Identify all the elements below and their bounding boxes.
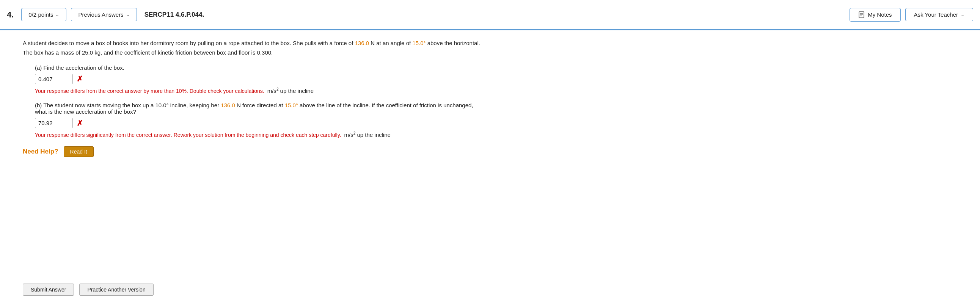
part-b-feedback-row: Your response differs significantly from… [35,130,957,139]
part-a-unit: m/s2 up the incline [266,87,313,94]
submit-answer-button[interactable]: Submit Answer [23,284,74,296]
previous-answers-button[interactable]: Previous Answers ⌄ [71,8,137,21]
part-b-label-before: (b) The student now starts moving the bo… [35,102,221,108]
part-b-unit-suffix: up the incline [355,131,391,138]
part-a-input[interactable] [35,74,73,84]
problem-id: SERCP11 4.6.P.044. [145,11,845,19]
footer: Submit Answer Practice Another Version [0,278,980,301]
practice-another-button[interactable]: Practice Another Version [79,284,153,296]
my-notes-label: My Notes [868,11,892,18]
force-unit: N at an angle of [369,40,412,46]
problem-statement: A student decides to move a box of books… [23,39,957,58]
part-a-feedback-row: Your response differs from the correct a… [35,86,957,95]
part-a-section: (a) Find the acceleration of the box. ✗ … [35,65,957,95]
part-b-answer-row: ✗ [35,118,957,128]
part-a-label: (a) Find the acceleration of the box. [35,65,957,71]
part-b-angle-value: 15.0° [285,102,298,108]
part-b-label-line2: what is the new acceleration of the box? [35,108,136,115]
problem-text-before: A student decides to move a box of books… [23,40,355,46]
points-chevron-icon: ⌄ [56,12,59,17]
part-a-unit-suffix: up the incline [278,87,313,94]
part-b-input[interactable] [35,118,73,128]
angle-value: 15.0° [412,40,426,46]
problem-text-line2: The box has a mass of 25.0 kg, and the c… [23,49,273,56]
header-right: My Notes Ask Your Teacher ⌄ [850,8,973,22]
points-button[interactable]: 0/2 points ⌄ [21,8,66,21]
part-b-feedback: Your response differs significantly from… [35,132,341,138]
content-area: A student decides to move a box of books… [0,30,980,278]
part-a-feedback: Your response differs from the correct a… [35,88,264,94]
points-label: 0/2 points [29,11,53,18]
need-help-label: Need Help? [23,148,59,155]
need-help-row: Need Help? Read It [23,146,957,157]
question-number: 4. [7,10,14,20]
header: 4. 0/2 points ⌄ Previous Answers ⌄ SERCP… [0,0,980,30]
part-b-unit: m/s2 up the incline [342,131,390,138]
part-b-label-after: above the line of the incline. If the co… [298,102,473,108]
previous-answers-label: Previous Answers [78,11,123,18]
previous-answers-chevron-icon: ⌄ [126,12,130,17]
force-value: 136.0 [355,40,369,46]
part-b-wrong-icon: ✗ [76,119,83,128]
part-b-force-value: 136.0 [221,102,235,108]
part-b-label-middle: N force directed at [235,102,285,108]
read-it-button[interactable]: Read It [64,146,94,157]
page-wrapper: 4. 0/2 points ⌄ Previous Answers ⌄ SERCP… [0,0,980,301]
notes-icon [858,11,865,18]
my-notes-button[interactable]: My Notes [850,8,900,22]
ask-teacher-label: Ask Your Teacher [914,11,958,18]
part-a-wrong-icon: ✗ [76,74,83,83]
part-b-label: (b) The student now starts moving the bo… [35,102,957,115]
ask-teacher-chevron-icon: ⌄ [961,12,964,17]
ask-teacher-button[interactable]: Ask Your Teacher ⌄ [905,8,973,21]
part-a-answer-row: ✗ [35,74,957,84]
problem-text-after: above the horizontal. [426,40,480,46]
part-b-section: (b) The student now starts moving the bo… [35,102,957,139]
